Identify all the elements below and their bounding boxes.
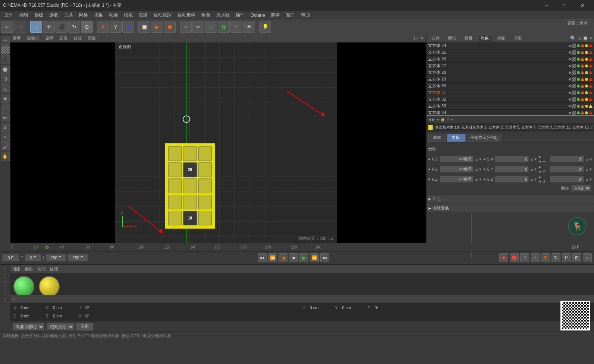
goto-end-btn[interactable]: ⏭ <box>320 253 329 262</box>
step-back-btn[interactable]: ⏪ <box>268 253 277 262</box>
menu-script[interactable]: 脚本 <box>268 11 283 19</box>
y-axis[interactable]: Y <box>110 21 122 33</box>
motion-btn[interactable]: + <box>531 253 540 262</box>
menu-octane[interactable]: Octane <box>248 11 268 19</box>
menu-motiontrack[interactable]: 运动跟踪 <box>151 11 175 19</box>
z-axis[interactable]: Z <box>122 21 134 33</box>
goto-start-btn[interactable]: ⏮ <box>258 253 267 262</box>
obj-row-31[interactable]: 立方体 31 <box>427 89 594 96</box>
grid-btn[interactable]: ⊞ <box>572 253 581 262</box>
move-tool[interactable]: ✛ <box>43 21 55 33</box>
select-tool[interactable]: ⊹ <box>30 21 42 33</box>
obj-row-24[interactable]: 立方体 24 <box>427 42 594 49</box>
left-bend-btn[interactable]: ↖ <box>1 133 10 142</box>
question-btn[interactable]: ? <box>520 253 529 262</box>
menu-render[interactable]: 渲染 <box>136 11 151 19</box>
vp-menu-view[interactable]: 查看 <box>13 35 21 41</box>
redo-button[interactable]: ↪ <box>14 21 26 33</box>
stop-btn[interactable]: ■ <box>289 253 298 262</box>
camera-tool[interactable]: 👁 <box>243 21 255 33</box>
undo-button[interactable]: ↩ <box>1 21 13 33</box>
close-button[interactable]: ✕ <box>574 0 591 11</box>
scale-tool[interactable]: ⬛ <box>56 21 67 33</box>
obj-row-25[interactable]: 立方体 25 <box>427 49 594 56</box>
size-mode-select[interactable]: 绝对尺寸 <box>47 323 74 330</box>
tab-texture[interactable]: 纹理 <box>50 266 58 272</box>
auto-key-btn[interactable]: 🔴 <box>510 253 519 262</box>
pz-arrow[interactable]: ▲▼ <box>475 177 482 181</box>
layer-btn[interactable]: ⊞ <box>541 253 550 262</box>
left-sculpt-btn[interactable]: ✋ <box>1 152 10 161</box>
vp-menu-camera[interactable]: 摄像机 <box>27 35 39 41</box>
menu-plugin[interactable]: 插件 <box>233 11 248 19</box>
obj-row-27[interactable]: 立方体 27 <box>427 63 594 69</box>
sequence-select[interactable]: HPB <box>571 185 591 192</box>
green-tool[interactable]: ⬡ <box>205 21 217 33</box>
section-quaternion[interactable]: ▶ 四元 <box>427 194 594 203</box>
lasso-tool[interactable]: ~ <box>230 21 242 33</box>
rp-arrow[interactable]: ▲▼ <box>585 167 593 171</box>
menu-tools[interactable]: 工具 <box>61 11 76 19</box>
maximize-button[interactable]: □ <box>556 0 573 11</box>
menu-simulate[interactable]: 模拟 <box>121 11 136 19</box>
viewport[interactable]: 正视图 26 <box>10 42 426 243</box>
pz-input[interactable] <box>440 176 474 183</box>
sx-input[interactable] <box>495 156 529 162</box>
rpanel-tab-object[interactable]: 对象 <box>477 34 492 42</box>
left-select-btn[interactable]: ⊹ <box>1 36 10 45</box>
sz-arrow[interactable]: ▲▼ <box>530 177 537 181</box>
rpanel-tab-tag[interactable]: 标签 <box>494 34 509 42</box>
obj-row-29[interactable]: 立方体 29 <box>427 76 594 83</box>
play-back-btn[interactable]: ◀ <box>279 253 287 262</box>
rh-input[interactable] <box>550 156 584 162</box>
rpanel-tab-file[interactable]: 文件 <box>428 34 443 42</box>
list-btn[interactable]: ≡ <box>583 253 592 262</box>
yellow-board-object[interactable]: 26 18 <box>165 143 215 229</box>
left-cone-btn[interactable]: △ <box>1 84 10 93</box>
rpanel-tab-view[interactable]: 查看 <box>461 34 476 42</box>
menu-motionshape[interactable]: 运动形体 <box>175 11 198 19</box>
light-tool[interactable]: 💡 <box>259 21 271 33</box>
null-obj[interactable]: ○ <box>180 21 192 33</box>
coord-tab-tile[interactable]: 平铺显示(平铺) <box>465 134 502 142</box>
material-thumb-yellow[interactable] <box>39 276 60 295</box>
menu-window[interactable]: 窗口 <box>283 11 298 19</box>
left-paint-btn[interactable]: 🖌 <box>1 142 10 151</box>
menu-mesh[interactable]: 网格 <box>76 11 91 19</box>
menu-edit[interactable]: 编辑 <box>16 11 31 19</box>
object-mode-select[interactable]: 对象 (相对) <box>13 323 44 330</box>
left-circle-btn[interactable]: ⬤ <box>1 65 10 74</box>
loop-btn[interactable]: ↻ <box>551 253 560 262</box>
start-frame-input[interactable] <box>2 254 19 262</box>
left-cylinder-btn[interactable]: ⊟ <box>1 75 10 83</box>
object-list[interactable]: 立方体 24 立方体 25 <box>427 42 594 115</box>
vp-menu-filter[interactable]: 过滤 <box>73 35 82 41</box>
flower-tool[interactable]: ✿ <box>218 21 230 33</box>
px-arrow[interactable]: ▲▼ <box>475 157 482 161</box>
left-sweep-btn[interactable]: ⋈ <box>1 113 10 122</box>
menu-animate[interactable]: 动画 <box>106 11 121 19</box>
left-cube-btn[interactable]: ⬛ <box>1 55 10 64</box>
rh-arrow[interactable]: ▲▼ <box>585 157 593 161</box>
play-fwd-btn[interactable]: ▶ <box>299 253 308 262</box>
sz-input[interactable] <box>495 176 529 183</box>
menu-select[interactable]: 选取 <box>46 11 61 19</box>
end-frame-input[interactable] <box>45 254 66 262</box>
render-region[interactable]: ▣ <box>138 21 150 33</box>
vp-menu-panel[interactable]: 面板 <box>88 35 96 41</box>
rb-input[interactable] <box>550 176 584 183</box>
left-nurbs-btn[interactable]: ⌒ <box>1 104 10 113</box>
current-frame-input[interactable] <box>25 254 41 262</box>
menu-help[interactable]: 帮助 <box>298 11 313 19</box>
left-poly-btn[interactable]: p <box>1 45 10 54</box>
sx-arrow[interactable]: ▲▼ <box>530 157 537 161</box>
menu-character[interactable]: 角色 <box>198 11 213 19</box>
obj-row-30[interactable]: 立方体 30 <box>427 83 594 89</box>
section-freeze[interactable]: ▶ 冻结变换 <box>427 204 594 212</box>
material-thumb-green[interactable] <box>13 276 34 295</box>
py-input[interactable] <box>440 166 474 172</box>
pung-btn[interactable]: P <box>562 253 571 262</box>
step-fwd-btn[interactable]: ⏩ <box>310 253 319 262</box>
px-input[interactable] <box>440 156 474 162</box>
menu-pipeline[interactable]: 流水线 <box>213 11 233 19</box>
